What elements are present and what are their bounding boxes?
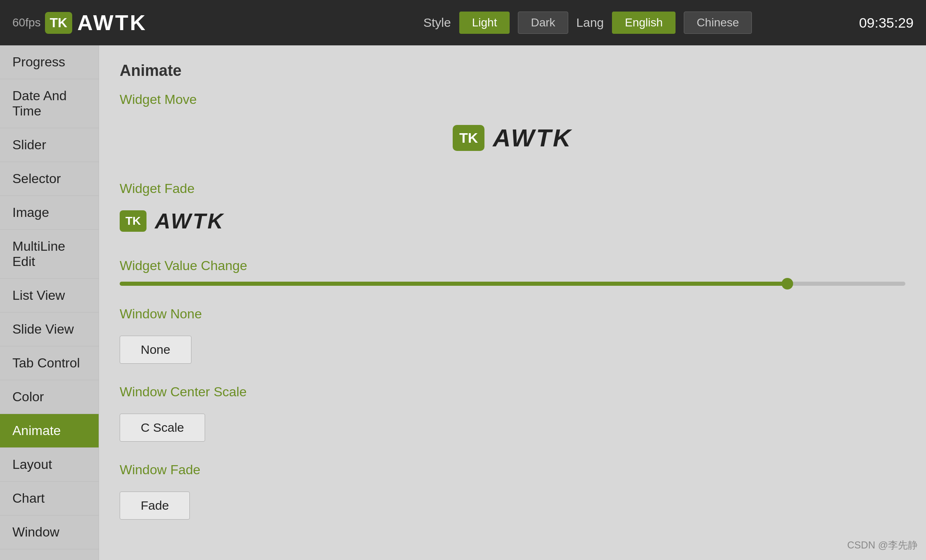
widget-fade-text: AWTK	[155, 209, 224, 233]
sidebar-item-list-view[interactable]: List View	[0, 279, 99, 313]
content-title: Animate	[120, 62, 905, 80]
lang-label: Lang	[576, 16, 604, 30]
sidebar-item-tab-control[interactable]: Tab Control	[0, 346, 99, 380]
window-none-button[interactable]: None	[120, 336, 191, 364]
window-fade-label: Window Fade	[120, 462, 905, 478]
sidebar-item-slider[interactable]: Slider	[0, 128, 99, 162]
fps-label: 60fps	[12, 16, 41, 29]
sidebar-item-date-and-time[interactable]: Date And Time	[0, 79, 99, 128]
content-area: Animate Widget Move TK AWTK Widget Fade …	[99, 45, 926, 560]
window-center-scale-section: Window Center Scale C Scale	[120, 384, 905, 442]
window-fade-section: Window Fade Fade	[120, 462, 905, 520]
sidebar-item-selector[interactable]: Selector	[0, 162, 99, 196]
time-display: 09:35:29	[859, 15, 914, 31]
slider-thumb[interactable]	[782, 278, 793, 289]
main-layout: Progress Date And Time Slider Selector I…	[0, 45, 926, 560]
widget-fade-demo: TK AWTK	[120, 205, 905, 238]
widget-fade-icon: TK	[120, 210, 146, 232]
widget-move-text: AWTK	[493, 124, 572, 152]
sidebar-item-window[interactable]: Window	[0, 515, 99, 549]
widget-fade-label: Widget Fade	[120, 181, 905, 196]
widget-move-icon: TK	[453, 125, 484, 151]
widget-move-label: Widget Move	[120, 92, 905, 107]
style-light-button[interactable]: Light	[459, 12, 510, 34]
window-center-scale-button[interactable]: C Scale	[120, 414, 205, 442]
window-center-scale-label: Window Center Scale	[120, 384, 905, 400]
header: 60fps TK AWTK Style Light Dark Lang Engl…	[0, 0, 926, 45]
sidebar-item-layout[interactable]: Layout	[0, 448, 99, 482]
lang-english-button[interactable]: English	[612, 12, 676, 34]
sidebar-item-multiline-edit[interactable]: MultiLine Edit	[0, 230, 99, 279]
sidebar-item-progress[interactable]: Progress	[0, 45, 99, 79]
watermark: CSDN @李先静	[847, 539, 918, 552]
slider-track[interactable]	[120, 282, 905, 286]
lang-chinese-button[interactable]: Chinese	[684, 12, 752, 34]
style-dark-button[interactable]: Dark	[518, 12, 568, 34]
style-label: Style	[423, 16, 451, 30]
widget-value-change-section: Widget Value Change	[120, 258, 905, 286]
sidebar: Progress Date And Time Slider Selector I…	[0, 45, 99, 560]
widget-fade-section: Widget Fade TK AWTK	[120, 181, 905, 238]
widget-value-change-label: Widget Value Change	[120, 258, 905, 273]
header-logo-text: AWTK	[77, 10, 147, 35]
widget-move-demo: TK AWTK	[120, 115, 905, 160]
logo-container: TK AWTK	[45, 10, 317, 35]
widget-move-section: Widget Move TK AWTK	[120, 92, 905, 160]
header-logo-icon: TK	[45, 12, 73, 34]
header-controls: Style Light Dark Lang English Chinese	[316, 12, 859, 34]
window-none-section: Window None None	[120, 306, 905, 364]
sidebar-item-slide-view[interactable]: Slide View	[0, 313, 99, 346]
sidebar-item-image[interactable]: Image	[0, 196, 99, 230]
window-none-label: Window None	[120, 306, 905, 322]
sidebar-item-animate[interactable]: Animate	[0, 414, 99, 448]
sidebar-item-chart[interactable]: Chart	[0, 482, 99, 515]
window-fade-button[interactable]: Fade	[120, 492, 190, 520]
slider-fill	[120, 282, 787, 286]
sidebar-item-color[interactable]: Color	[0, 380, 99, 414]
